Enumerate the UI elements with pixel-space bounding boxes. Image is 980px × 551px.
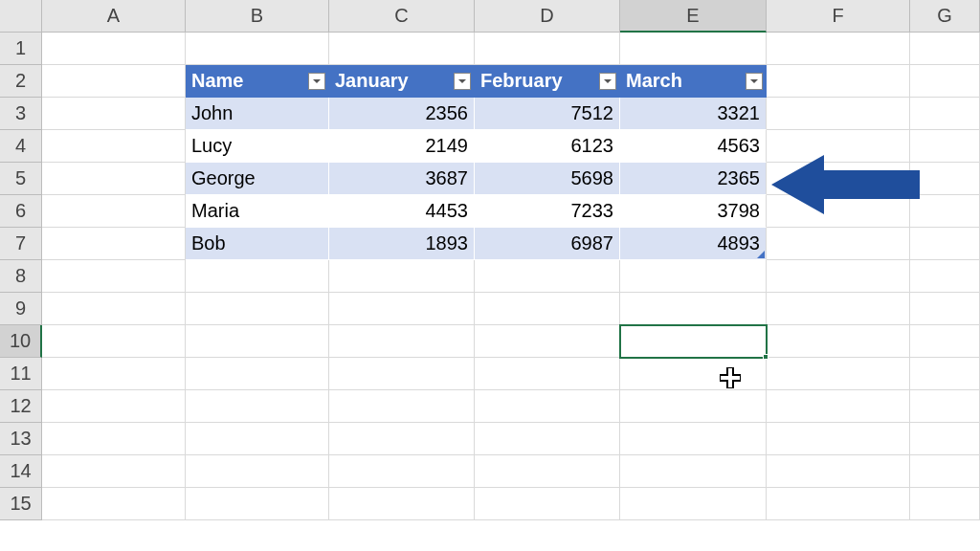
cell[interactable] [910,228,980,260]
cell[interactable] [329,33,475,65]
cell[interactable] [620,293,767,325]
cell[interactable] [186,260,329,293]
table-header-name[interactable]: Name [186,65,329,98]
cell[interactable] [42,98,186,130]
cell-value[interactable]: 1893 [329,228,475,260]
row-header-7[interactable]: 7 [0,228,42,260]
cell[interactable] [620,358,767,390]
cell-value[interactable]: 6123 [475,130,620,163]
row-header-4[interactable]: 4 [0,130,42,163]
row-header-11[interactable]: 11 [0,358,42,390]
cell-value[interactable]: 3798 [620,195,767,228]
cell[interactable] [767,423,910,455]
cell[interactable] [620,33,767,65]
cell[interactable] [42,195,186,228]
cell[interactable] [475,293,620,325]
cell[interactable] [329,455,475,488]
cell[interactable] [42,260,186,293]
cell[interactable] [329,390,475,423]
cell-value[interactable]: 4563 [620,130,767,163]
cell[interactable] [42,293,186,325]
cell[interactable] [42,325,186,358]
cell[interactable] [186,358,329,390]
row-header-3[interactable]: 3 [0,98,42,130]
table-header-january[interactable]: January [329,65,475,98]
cell[interactable] [910,65,980,98]
row-header-1[interactable]: 1 [0,33,42,65]
cell[interactable] [767,325,910,358]
row-header-2[interactable]: 2 [0,65,42,98]
cell-value[interactable]: 2356 [329,98,475,130]
cell[interactable] [767,260,910,293]
cell[interactable] [767,98,910,130]
cell[interactable] [475,423,620,455]
cell[interactable] [186,33,329,65]
cell[interactable] [186,455,329,488]
cell[interactable] [42,488,186,520]
cell[interactable] [42,228,186,260]
cell[interactable] [475,390,620,423]
cell[interactable] [329,358,475,390]
cell[interactable] [910,293,980,325]
cell[interactable] [620,260,767,293]
row-header-14[interactable]: 14 [0,455,42,488]
cell[interactable] [329,293,475,325]
cell-value[interactable]: 2149 [329,130,475,163]
filter-dropdown-icon[interactable] [599,73,616,90]
cell-value[interactable]: 4453 [329,195,475,228]
cell[interactable] [620,423,767,455]
cell-value[interactable]: 6987 [475,228,620,260]
col-header-c[interactable]: C [329,0,475,33]
cell[interactable] [767,358,910,390]
row-header-8[interactable]: 8 [0,260,42,293]
cell[interactable] [186,293,329,325]
col-header-d[interactable]: D [475,0,620,33]
filter-dropdown-icon[interactable] [746,73,763,90]
cell[interactable] [42,163,186,195]
cell[interactable] [910,325,980,358]
cell[interactable] [329,260,475,293]
cell-name[interactable]: George [186,163,329,195]
cell[interactable] [186,325,329,358]
cell[interactable] [475,325,620,358]
selected-cell[interactable] [620,325,767,358]
col-header-f[interactable]: F [767,0,910,33]
row-header-15[interactable]: 15 [0,488,42,520]
cell[interactable] [910,390,980,423]
cell-value[interactable]: 3321 [620,98,767,130]
cell[interactable] [620,488,767,520]
cell-value[interactable]: 4893 [620,228,767,260]
cell[interactable] [475,33,620,65]
cell-value[interactable]: 7233 [475,195,620,228]
table-header-february[interactable]: February [475,65,620,98]
cell[interactable] [910,423,980,455]
cell-value[interactable]: 3687 [329,163,475,195]
cell[interactable] [767,293,910,325]
cell[interactable] [42,455,186,488]
cell[interactable] [767,455,910,488]
cell[interactable] [329,423,475,455]
cell[interactable] [42,65,186,98]
cell-name[interactable]: John [186,98,329,130]
cell[interactable] [620,455,767,488]
cell[interactable] [620,390,767,423]
cell[interactable] [329,488,475,520]
cell[interactable] [42,33,186,65]
col-header-b[interactable]: B [186,0,329,33]
cell-name[interactable]: Bob [186,228,329,260]
cell-value[interactable]: 7512 [475,98,620,130]
cell[interactable] [42,130,186,163]
cell[interactable] [910,260,980,293]
row-header-5[interactable]: 5 [0,163,42,195]
filter-dropdown-icon[interactable] [454,73,471,90]
cell[interactable] [910,455,980,488]
row-header-6[interactable]: 6 [0,195,42,228]
cell[interactable] [475,260,620,293]
cell[interactable] [767,390,910,423]
cell-value[interactable]: 5698 [475,163,620,195]
cell[interactable] [186,390,329,423]
table-header-march[interactable]: March [620,65,767,98]
cell[interactable] [186,488,329,520]
row-header-10[interactable]: 10 [0,325,42,358]
select-all-corner[interactable] [0,0,42,33]
